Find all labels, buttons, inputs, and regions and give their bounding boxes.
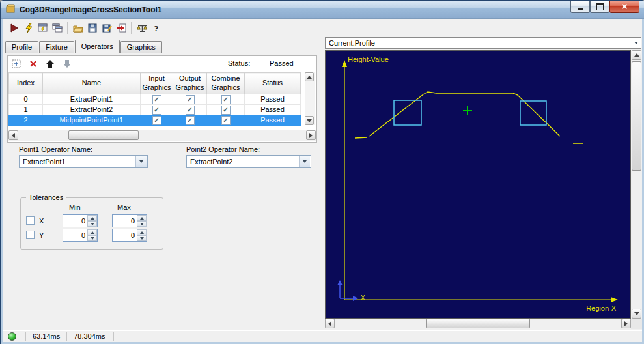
cell-status[interactable]: Passed: [245, 115, 301, 126]
spin-up-button[interactable]: [87, 215, 97, 221]
col-input-graphics[interactable]: Input Graphics: [141, 73, 173, 94]
x-tolerance-label: X: [39, 217, 44, 225]
run-icon[interactable]: [7, 21, 21, 35]
cell-combine-graphics[interactable]: [207, 115, 245, 126]
spinner-value: 0: [131, 217, 135, 225]
cell-name[interactable]: MidpointPointPoint1: [43, 115, 141, 126]
combine-graphics-checkbox[interactable]: [221, 116, 231, 125]
scroll-up-button[interactable]: [632, 50, 641, 60]
tab-operators[interactable]: Operators: [75, 40, 120, 53]
scroll-left-button[interactable]: [325, 319, 335, 328]
cell-status[interactable]: Passed: [245, 105, 301, 115]
point1-operator-combobox[interactable]: ExtractPoint1: [19, 155, 148, 168]
spin-down-button[interactable]: [87, 235, 97, 241]
cell-index[interactable]: 2: [9, 115, 43, 126]
display-vertical-scrollbar[interactable]: [631, 50, 642, 319]
x-max-spinner[interactable]: 0: [112, 214, 147, 227]
col-status[interactable]: Status: [245, 73, 301, 94]
save-icon[interactable]: [85, 21, 100, 35]
scrollbar-thumb[interactable]: [632, 61, 641, 171]
search-region[interactable]: [520, 101, 546, 125]
scroll-up-button[interactable]: [305, 72, 314, 81]
x-min-spinner[interactable]: 0: [63, 214, 98, 227]
dropdown-button[interactable]: [135, 156, 147, 167]
input-graphics-checkbox[interactable]: [152, 116, 161, 125]
scroll-left-button[interactable]: [8, 130, 18, 140]
open-icon[interactable]: [71, 21, 85, 35]
dropdown-button[interactable]: [299, 156, 310, 167]
table-horizontal-scrollbar[interactable]: [8, 130, 316, 141]
tab-graphics[interactable]: Graphics: [120, 41, 162, 53]
scroll-right-button[interactable]: [621, 319, 631, 328]
down-arrow-icon: [91, 223, 94, 225]
close-button[interactable]: [609, 1, 639, 13]
spin-down-button[interactable]: [137, 221, 147, 227]
cell-output-graphics[interactable]: [173, 94, 207, 105]
combine-graphics-checkbox[interactable]: [221, 95, 231, 104]
tab-fixture[interactable]: Fixture: [39, 41, 74, 53]
spin-down-button[interactable]: [87, 221, 97, 227]
point2-operator-combobox[interactable]: ExtractPoint2: [186, 155, 311, 168]
cell-name[interactable]: ExtractPoint1: [43, 94, 141, 105]
scrollbar-thumb[interactable]: [68, 130, 139, 140]
titlebar[interactable]: Cog3DRangeImageCrossSectionTool1: [1, 1, 644, 19]
cell-output-graphics[interactable]: [173, 115, 207, 126]
tool-group-icon[interactable]: [50, 21, 64, 35]
cell-input-graphics[interactable]: [141, 115, 173, 126]
scroll-down-button[interactable]: [632, 309, 641, 319]
operator-row[interactable]: 2MidpointPointPoint1Passed: [9, 115, 301, 126]
delete-operator-icon[interactable]: [27, 58, 39, 70]
col-combine-graphics[interactable]: Combine Graphics: [207, 73, 245, 94]
combine-graphics-checkbox[interactable]: [221, 106, 231, 115]
cell-output-graphics[interactable]: [173, 105, 207, 115]
maximize-button[interactable]: [590, 1, 609, 13]
minimize-button[interactable]: [570, 1, 590, 13]
add-operator-icon[interactable]: [10, 58, 22, 70]
help-icon[interactable]: ?: [149, 21, 163, 35]
point2-operator-label: Point2 Operator Name:: [186, 145, 260, 153]
cell-index[interactable]: 0: [9, 94, 43, 105]
left-arrow-icon: [12, 133, 15, 138]
import-icon[interactable]: [114, 21, 128, 35]
spin-up-button[interactable]: [137, 215, 147, 221]
col-index[interactable]: Index: [9, 73, 43, 94]
move-down-icon[interactable]: [61, 58, 73, 70]
output-graphics-checkbox[interactable]: [186, 95, 195, 104]
input-graphics-checkbox[interactable]: [152, 106, 161, 115]
operator-row[interactable]: 0ExtractPoint1Passed: [9, 94, 301, 105]
cell-combine-graphics[interactable]: [207, 94, 245, 105]
y-tolerance-checkbox[interactable]: [26, 231, 35, 239]
measure-icon[interactable]: [135, 21, 149, 35]
profile-display[interactable]: Height-ValueRegion-XX: [325, 50, 631, 319]
cell-input-graphics[interactable]: [141, 105, 173, 115]
col-name[interactable]: Name: [43, 73, 141, 94]
spin-down-button[interactable]: [137, 235, 147, 241]
search-region[interactable]: [394, 100, 421, 125]
cell-name[interactable]: ExtractPoint2: [43, 105, 141, 115]
spin-up-button[interactable]: [87, 229, 97, 235]
display-horizontal-scrollbar[interactable]: [325, 319, 631, 329]
scroll-down-button[interactable]: [305, 116, 314, 125]
scroll-right-button[interactable]: [306, 130, 316, 140]
y-min-spinner[interactable]: 0: [63, 229, 98, 242]
edit-image-tool-icon[interactable]: [36, 21, 50, 35]
col-output-graphics[interactable]: Output Graphics: [173, 73, 207, 94]
tab-profile[interactable]: Profile: [5, 41, 38, 53]
display-record-combobox[interactable]: Current.Profile: [325, 37, 641, 49]
save-as-icon[interactable]: [100, 21, 114, 35]
table-vertical-scrollbar[interactable]: [305, 72, 315, 125]
cell-input-graphics[interactable]: [141, 94, 173, 105]
electric-run-icon[interactable]: [21, 21, 36, 35]
x-tolerance-checkbox[interactable]: [26, 216, 35, 225]
output-graphics-checkbox[interactable]: [186, 116, 195, 125]
y-max-spinner[interactable]: 0: [112, 229, 147, 242]
output-graphics-checkbox[interactable]: [186, 106, 195, 115]
move-up-icon[interactable]: [44, 58, 56, 70]
input-graphics-checkbox[interactable]: [152, 95, 161, 104]
operator-row[interactable]: 1ExtractPoint2Passed: [9, 105, 301, 115]
spin-up-button[interactable]: [137, 229, 147, 235]
cell-index[interactable]: 1: [9, 105, 43, 115]
cell-status[interactable]: Passed: [245, 94, 301, 105]
cell-combine-graphics[interactable]: [207, 105, 245, 115]
scrollbar-thumb[interactable]: [426, 319, 530, 328]
